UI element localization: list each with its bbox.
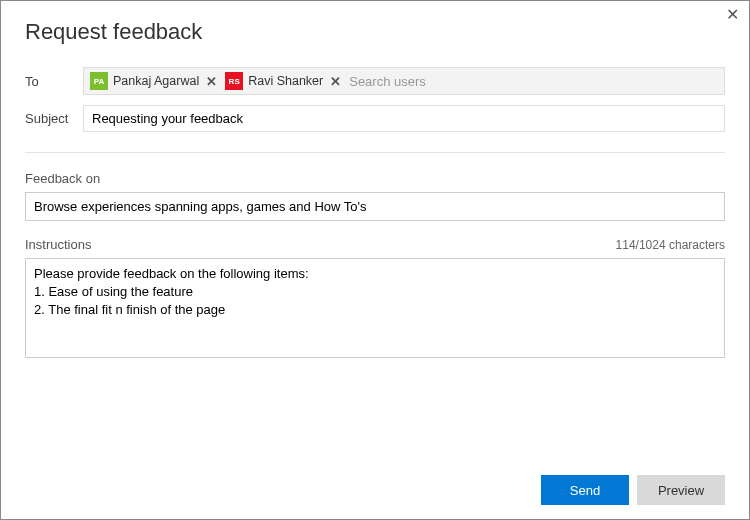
close-icon: ✕	[330, 74, 341, 89]
remove-recipient-button[interactable]: ✕	[204, 74, 219, 89]
feedback-on-label: Feedback on	[25, 171, 725, 186]
subject-input[interactable]	[83, 105, 725, 132]
to-label: To	[25, 74, 83, 89]
send-button[interactable]: Send	[541, 475, 629, 505]
recipient-chip: PA Pankaj Agarwal ✕	[90, 72, 219, 90]
instructions-label: Instructions	[25, 237, 91, 252]
to-row: To PA Pankaj Agarwal ✕ RS Ravi Shanker ✕	[25, 67, 725, 95]
avatar: PA	[90, 72, 108, 90]
instructions-label-row: Instructions 114/1024 characters	[25, 237, 725, 258]
subject-row: Subject	[25, 105, 725, 132]
character-count: 114/1024 characters	[616, 238, 725, 252]
dialog-footer: Send Preview	[25, 475, 725, 505]
recipient-name: Pankaj Agarwal	[113, 74, 199, 88]
close-icon: ✕	[726, 6, 739, 23]
recipient-chip: RS Ravi Shanker ✕	[225, 72, 343, 90]
close-icon: ✕	[206, 74, 217, 89]
recipient-name: Ravi Shanker	[248, 74, 323, 88]
search-users-input[interactable]	[349, 74, 718, 89]
instructions-textarea[interactable]	[25, 258, 725, 358]
close-button[interactable]: ✕	[726, 7, 739, 23]
request-feedback-dialog: ✕ Request feedback To PA Pankaj Agarwal …	[0, 0, 750, 520]
feedback-on-input[interactable]	[25, 192, 725, 221]
dialog-title: Request feedback	[25, 19, 725, 45]
preview-button[interactable]: Preview	[637, 475, 725, 505]
remove-recipient-button[interactable]: ✕	[328, 74, 343, 89]
to-field[interactable]: PA Pankaj Agarwal ✕ RS Ravi Shanker ✕	[83, 67, 725, 95]
divider	[25, 152, 725, 153]
avatar: RS	[225, 72, 243, 90]
subject-label: Subject	[25, 111, 83, 126]
